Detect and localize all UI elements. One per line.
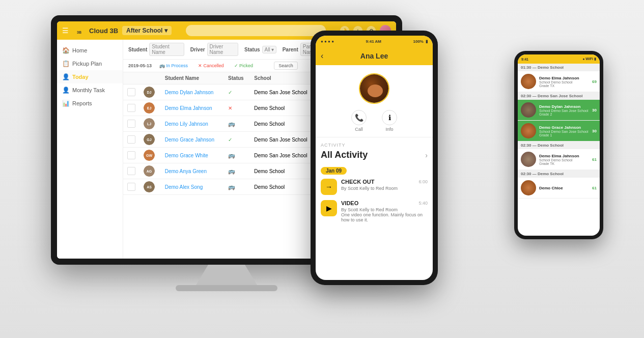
video-icon: ▶ (321, 200, 337, 216)
list-item[interactable]: Demo Elma Jahnson School Demo School Gra… (518, 71, 600, 92)
monitor-base (176, 285, 277, 291)
item-info: Demo Elma Jahnson School Demo School Gra… (539, 154, 589, 165)
student-name: Demo Grace Jahnson (165, 137, 214, 143)
profile-actions: 📞 Call ℹ Info (351, 110, 397, 132)
logo-area: 3B Cloud 3B (73, 25, 118, 36)
search-bar[interactable] (186, 25, 326, 36)
select-chevron-icon: ▾ (271, 47, 274, 52)
item-sub: School Demo San Jose School (539, 109, 589, 112)
col-avatar (139, 72, 161, 84)
app-title[interactable]: After School ▾ (122, 26, 172, 35)
activity-item-video: ▶ VIDEO 5:40 By Scott Kelly to Red RoomO… (321, 200, 428, 222)
item-name: Demo Dylan Jahnson (539, 104, 589, 109)
driver-input[interactable]: Driver Name (207, 43, 238, 56)
row-checkbox[interactable] (127, 88, 135, 96)
small-section-header-4: 02:30 — Demo School (518, 170, 600, 178)
item-info: Demo Chloe (539, 186, 589, 190)
student-filter: Student Student Name (128, 43, 184, 56)
student-label: Student (128, 47, 147, 52)
video-title: VIDEO (341, 200, 358, 206)
status-cell: ✓ (224, 132, 250, 148)
school-cell: Demo San Jose School (250, 148, 317, 163)
item-grade: Grade 2 (539, 112, 589, 116)
hamburger-icon[interactable]: ☰ (62, 26, 69, 35)
checkout-title-row: CHECK OUT 6:00 (341, 179, 428, 185)
sidebar-item-home[interactable]: 🏠 Home (57, 44, 123, 57)
item-avatar (521, 74, 536, 89)
status-cell: 🚌 (224, 116, 250, 132)
row-checkbox[interactable] (127, 104, 135, 112)
item-sub: School Demo San Jose School (539, 130, 589, 133)
row-checkbox[interactable] (127, 151, 135, 159)
sidebar-item-pickup[interactable]: 📋 Pickup Plan (57, 57, 123, 70)
item-info: Demo Elma Jahnson School Demo School Gra… (539, 76, 589, 88)
sidebar-pickup-label: Pickup Plan (72, 61, 102, 67)
list-item[interactable]: Demo Chloe 61 (518, 178, 600, 199)
info-icon: ℹ (382, 110, 397, 125)
svg-text:3B: 3B (77, 31, 81, 34)
item-name: Demo Grace Jahnson (539, 125, 589, 130)
item-avatar (521, 180, 536, 195)
inprocess-badge: 🚌 In Process (157, 63, 190, 69)
date-tag: Jan 09 (321, 167, 347, 175)
school-cell: Demo School (250, 163, 317, 179)
activity-label: ACTIVITY (321, 143, 428, 148)
list-item[interactable]: Demo Grace Jahnson School Demo San Jose … (518, 121, 600, 142)
logo-text: Cloud 3B (89, 27, 118, 35)
phone-large: ● ● ● ● 9:41 AM 100% ▮ ‹ Ana Lee 📞 Call (311, 31, 438, 285)
small-battery-icon: ● WiFi ▮ (582, 57, 596, 61)
call-label: Call (355, 127, 363, 132)
school-cell: Demo School (250, 116, 317, 132)
sidebar-item-reports[interactable]: 📊 Reports (57, 97, 123, 110)
sidebar-today-label: Today (72, 74, 89, 80)
call-action[interactable]: 📞 Call (351, 110, 367, 132)
row-checkbox[interactable] (127, 167, 135, 175)
list-item[interactable]: Demo Dylan Jahnson School Demo San Jose … (518, 100, 600, 121)
status-select[interactable]: All ▾ (262, 46, 276, 53)
reports-icon: 📊 (62, 100, 69, 107)
checkout-desc: By Scott Kelly to Red Room (341, 186, 428, 191)
video-content: VIDEO 5:40 By Scott Kelly to Red RoomOne… (341, 200, 428, 222)
item-info: Demo Dylan Jahnson School Demo San Jose … (539, 104, 589, 116)
sidebar-item-monthly[interactable]: 👤 Monthly Task (57, 83, 123, 97)
cancelled-badge: ✕ Cancelled (195, 63, 227, 69)
video-title-row: VIDEO 5:40 (341, 200, 428, 206)
profile-avatar (359, 73, 389, 104)
col-student-name: Student Name (161, 72, 224, 84)
col-school: School (250, 72, 317, 84)
small-time: 9:41 (521, 58, 528, 61)
list-item[interactable]: Demo Elma Jahnson School Demo School Gra… (518, 149, 600, 170)
dropdown-arrow-icon: ▾ (164, 27, 167, 34)
status-filter: Status All ▾ (244, 46, 276, 53)
school-cell: Demo San Jose School (250, 132, 317, 148)
item-badge: 61 (592, 186, 597, 190)
info-action[interactable]: ℹ Info (382, 110, 397, 132)
status-cell: ✓ (224, 84, 250, 100)
sidebar-item-today[interactable]: 👤 Today (57, 70, 123, 83)
item-grade: Grade TK (539, 162, 589, 165)
sidebar: 🏠 Home 📋 Pickup Plan 👤 Today 👤 Monthly T… (57, 40, 123, 259)
student-input[interactable]: Student Name (149, 43, 184, 56)
monthly-icon: 👤 (62, 87, 69, 94)
today-icon: 👤 (62, 73, 69, 80)
sidebar-reports-label: Reports (72, 100, 92, 106)
item-badge: 30 (592, 108, 597, 112)
sidebar-home-label: Home (72, 47, 87, 53)
activity-filter[interactable]: All Activity › (321, 150, 428, 160)
row-checkbox[interactable] (127, 120, 135, 128)
driver-filter: Driver Driver Name (190, 43, 238, 56)
picked-badge: ✓ Picked (232, 63, 256, 69)
checkout-title: CHECK OUT (341, 179, 374, 185)
school-cell: Demo School (250, 179, 317, 195)
back-button[interactable]: ‹ (321, 51, 323, 61)
row-checkbox[interactable] (127, 183, 135, 191)
col-checkbox (123, 72, 139, 84)
search-button[interactable]: Search (274, 62, 298, 70)
school-cell: Demo San Jose School (250, 84, 317, 100)
item-sub: School Demo School (539, 158, 589, 162)
cloud-logo-icon: 3B (73, 25, 87, 36)
row-checkbox[interactable] (127, 135, 135, 144)
item-info: Demo Grace Jahnson School Demo San Jose … (539, 125, 589, 137)
student-name: Demo Anya Green (165, 168, 207, 174)
status-cell: 🚌 (224, 179, 250, 195)
